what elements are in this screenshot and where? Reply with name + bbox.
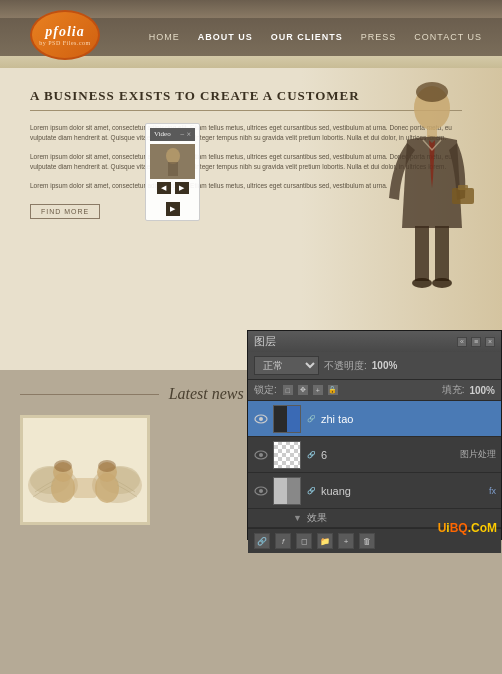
ps-blend-row: 正常 不透明度: 100% [248,352,501,380]
svg-point-21 [54,460,72,472]
ps-lock-icons: □ ✥ + 🔒 [282,384,339,396]
lock-move-icon[interactable]: ✥ [297,384,309,396]
layer-name-kuang: kuang [321,485,485,497]
svg-rect-2 [168,162,178,176]
slider-image-icon [153,146,193,178]
logo: pfolia by PSD Files.com [30,10,100,60]
slider-close-btn[interactable]: × [186,130,191,139]
slider-thumbnail [150,144,195,179]
svg-point-25 [259,417,263,421]
find-more-link[interactable]: FIND MORE [30,204,100,219]
retro-man-figure [377,78,487,298]
ps-new-layer-icon[interactable]: + [338,533,354,549]
opacity-value: 100% [372,360,398,371]
svg-point-29 [259,489,263,493]
logo-subtext: by PSD Files.com [39,40,91,46]
main-content: A BUSINESS EXISTS TO CREATE A CUSTOMER L… [0,68,502,348]
layer-name-6: 6 [321,449,452,461]
slider-prev-btn[interactable]: ◀ [157,182,171,194]
ps-lock-row: 锁定: □ ✥ + 🔒 填充: 100% [248,380,501,401]
layer-eye-6[interactable] [253,447,269,463]
layer-row-zhitao[interactable]: 🔗 zhi tao [248,401,501,437]
svg-point-4 [416,82,448,102]
slider-overlay[interactable]: Video − × ◀ ▶ ▶ [145,123,200,221]
svg-rect-7 [458,185,468,190]
svg-point-10 [412,278,432,288]
layer-eye-zhitao[interactable] [253,411,269,427]
slider-title: Video [154,130,171,139]
ps-panel-titlebar: 图层 « ≡ × [248,331,501,352]
slider-title-bar: Video − × [150,128,195,141]
svg-point-1 [166,148,180,164]
blend-mode-dropdown[interactable]: 正常 [254,356,319,375]
svg-rect-6 [452,188,474,204]
ps-fx-icon[interactable]: f [275,533,291,549]
svg-rect-9 [435,226,449,281]
lock-pixel-icon[interactable]: □ [282,384,294,396]
blog-image-box [20,415,150,525]
layer-link-kuang: 🔗 [305,485,317,497]
layer-thumb-6 [273,441,301,469]
layer-link-6: 🔗 [305,449,317,461]
blog-title-line-left [20,394,159,395]
watermark: UiBQ.CoM [438,521,497,535]
layer-row-kuang[interactable]: 🔗 kuang fx [248,473,501,509]
man-svg [377,78,487,298]
slider-min-btn[interactable]: − [180,130,185,139]
svg-point-27 [259,453,263,457]
effects-label: 效果 [307,511,327,525]
layer-eye-kuang[interactable] [253,483,269,499]
ps-panel-controls: « ≡ × [457,337,495,347]
blog-section: Latest news from the blog [0,370,502,540]
layer-name-zhitao: zhi tao [321,413,496,425]
layer-thumb-kuang [273,477,301,505]
nav-contact[interactable]: CONTACT US [414,32,482,42]
nav-clients[interactable]: OUR CLIENTS [271,32,343,42]
photoshop-layers-panel[interactable]: 图层 « ≡ × 正常 不透明度: 100% 锁定: □ [247,330,502,540]
slider-arrows: ◀ ▶ [150,182,195,194]
blog-content: 图层 « ≡ × 正常 不透明度: 100% 锁定: □ [20,415,482,525]
svg-point-22 [98,460,116,472]
nav-about[interactable]: ABOUT US [198,32,253,42]
play-icon[interactable]: ▶ [166,202,180,216]
ps-toolbar-icons: 🔗 f ◻ 📁 + 🗑 [254,533,375,549]
layer-fx-kuang: fx [489,486,496,496]
blog-image-svg [25,420,145,520]
layer-row-6[interactable]: 🔗 6 图片处理 [248,437,501,473]
nav-links: HOME ABOUT US OUR CLIENTS PRESS CONTACT … [149,32,482,42]
ps-panel-menu-btn[interactable]: ≡ [471,337,481,347]
ps-group-icon[interactable]: 📁 [317,533,333,549]
lock-all-icon[interactable]: + [312,384,324,396]
nav-press[interactable]: PRESS [361,32,397,42]
ps-link-icon[interactable]: 🔗 [254,533,270,549]
lock-lock-icon[interactable]: 🔒 [327,384,339,396]
ps-panel-close-btn[interactable]: × [485,337,495,347]
lock-label: 锁定: [254,383,277,397]
layer-thumb-zhitao [273,405,301,433]
layer-link-zhitao: 🔗 [305,413,317,425]
opacity-label: 不透明度: [324,359,367,373]
ps-layers-list: 🔗 zhi tao 🔗 6 图片处理 [248,401,501,528]
ps-mask-icon[interactable]: ◻ [296,533,312,549]
website-mockup: pfolia by PSD Files.com HOME ABOUT US OU… [0,0,502,370]
svg-point-11 [432,278,452,288]
nav-bar: pfolia by PSD Files.com HOME ABOUT US OU… [0,18,502,56]
slider-next-btn[interactable]: ▶ [175,182,189,194]
slider-play-btn[interactable]: ▶ [150,197,195,216]
fill-label: 填充: [442,383,465,397]
svg-rect-8 [415,226,429,281]
nav-home[interactable]: HOME [149,32,180,42]
ps-panel-title: 图层 [254,334,276,349]
svg-rect-23 [73,478,97,498]
fill-value: 100% [469,385,495,396]
ps-collapse-btn[interactable]: « [457,337,467,347]
ps-delete-icon[interactable]: 🗑 [359,533,375,549]
layer-info-text: 图片处理 [460,448,496,461]
logo-text: pfolia [45,24,84,40]
watermark-text: UiBQ.CoM [438,521,497,535]
effects-triangle: ▼ [293,513,302,523]
